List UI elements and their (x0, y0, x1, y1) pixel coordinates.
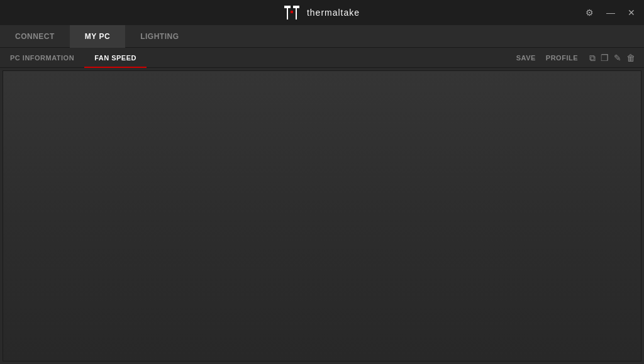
profile-delete-icon[interactable]: 🗑 (625, 52, 636, 64)
sub-nav-pc-information[interactable]: PC INFORMATION (0, 48, 84, 68)
title-bar: thermaltake ⚙ — ✕ (0, 0, 644, 25)
minimize-button[interactable]: — (604, 6, 618, 19)
window-controls: ⚙ — ✕ (583, 6, 638, 19)
settings-button[interactable]: ⚙ (583, 6, 596, 19)
sub-nav: PC INFORMATION FAN SPEED SAVE PROFILE ⧉ … (0, 48, 644, 68)
sub-nav-fan-speed[interactable]: FAN SPEED (84, 48, 147, 68)
app-name-label: thermaltake (307, 8, 360, 18)
main-nav: CONNECT MY PC LIGHTING (0, 25, 644, 48)
profile-copy-icon[interactable]: ⧉ (588, 52, 597, 65)
profile-edit-icon[interactable]: ✎ (613, 52, 623, 64)
main-content-area (3, 70, 641, 361)
tt-logo-icon (284, 6, 302, 19)
save-button[interactable]: SAVE (516, 54, 536, 62)
close-button[interactable]: ✕ (625, 6, 638, 19)
sub-nav-right-controls: SAVE PROFILE ⧉ ❐ ✎ 🗑 (516, 48, 644, 68)
app-logo: thermaltake (284, 6, 360, 19)
profile-icons-group: ⧉ ❐ ✎ 🗑 (588, 52, 636, 65)
profile-paste-icon[interactable]: ❐ (599, 52, 610, 64)
nav-item-my-pc[interactable]: MY PC (70, 25, 125, 48)
profile-label[interactable]: PROFILE (546, 54, 578, 62)
nav-item-lighting[interactable]: LIGHTING (125, 25, 194, 48)
nav-item-connect[interactable]: CONNECT (0, 25, 70, 48)
